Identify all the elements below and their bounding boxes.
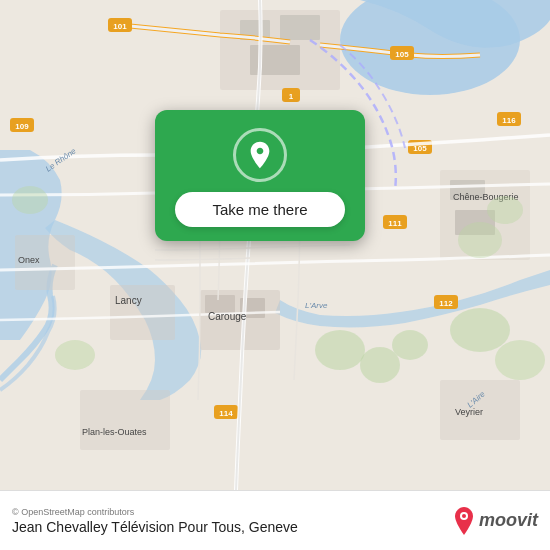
svg-rect-13 (110, 285, 175, 340)
svg-text:Veyrier: Veyrier (455, 407, 483, 417)
svg-text:Plan-les-Ouates: Plan-les-Ouates (82, 427, 147, 437)
svg-text:Lancy: Lancy (115, 295, 142, 306)
moovit-pin-icon (453, 507, 475, 535)
pin-icon-container (233, 128, 287, 182)
svg-point-50 (12, 186, 48, 214)
svg-text:109: 109 (15, 122, 29, 131)
svg-point-49 (55, 340, 95, 370)
location-name: Jean Chevalley Télévision Pour Tous, Gen… (12, 519, 453, 535)
location-pin-icon (244, 139, 276, 171)
svg-text:112: 112 (439, 299, 453, 308)
svg-point-47 (450, 308, 510, 352)
footer-left: © OpenStreetMap contributors Jean Cheval… (12, 507, 453, 535)
svg-point-46 (392, 330, 428, 360)
svg-point-44 (315, 330, 365, 370)
svg-text:111: 111 (388, 219, 402, 228)
svg-text:105: 105 (395, 50, 409, 59)
footer-bar: © OpenStreetMap contributors Jean Cheval… (0, 490, 550, 550)
svg-point-45 (360, 347, 400, 383)
svg-rect-15 (80, 390, 170, 450)
map-container: 101 105 105 116 111 112 109 1 114 (0, 0, 550, 490)
svg-rect-5 (280, 15, 320, 40)
take-me-there-button[interactable]: Take me there (175, 192, 345, 227)
svg-rect-6 (250, 45, 300, 75)
svg-point-54 (462, 514, 466, 518)
location-card: Take me there (155, 110, 365, 241)
svg-text:116: 116 (502, 116, 516, 125)
svg-text:L'Arve: L'Arve (305, 301, 328, 310)
svg-text:Carouge: Carouge (208, 311, 247, 322)
svg-text:1: 1 (289, 92, 294, 101)
svg-point-52 (487, 196, 523, 224)
osm-attribution: © OpenStreetMap contributors (12, 507, 453, 517)
svg-text:114: 114 (219, 409, 233, 418)
svg-text:101: 101 (113, 22, 127, 31)
map-background: 101 105 105 116 111 112 109 1 114 (0, 0, 550, 490)
svg-point-51 (458, 222, 502, 258)
svg-text:Onex: Onex (18, 255, 40, 265)
svg-point-48 (495, 340, 545, 380)
moovit-logo: moovit (453, 507, 538, 535)
moovit-label: moovit (479, 510, 538, 531)
